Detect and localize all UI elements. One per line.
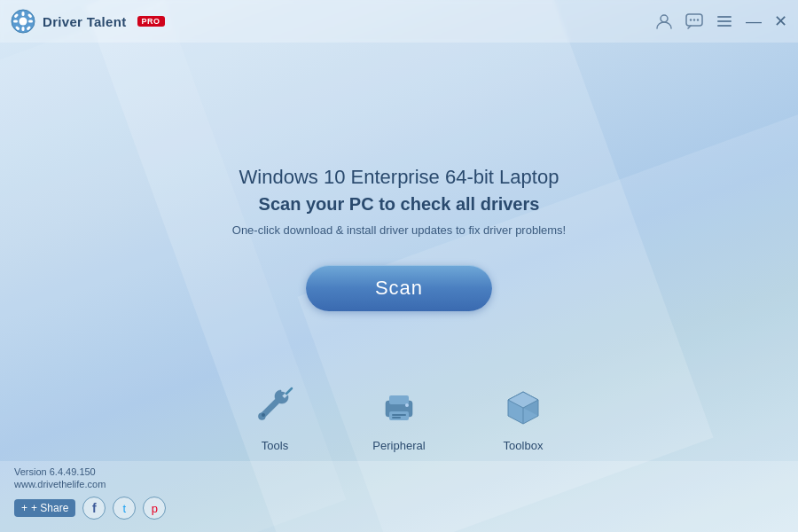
tools-item[interactable]: Tools (248, 379, 301, 452)
svg-rect-3 (22, 27, 25, 31)
peripheral-label: Peripheral (372, 439, 425, 452)
facebook-icon[interactable]: f (82, 497, 106, 520)
svg-rect-24 (392, 417, 401, 419)
titlebar: Driver Talent PRO (0, 0, 798, 43)
peripheral-icon (372, 379, 426, 432)
chat-icon[interactable] (685, 13, 703, 29)
gear-icon (11, 9, 35, 34)
svg-line-18 (286, 388, 292, 394)
tools-icon (248, 379, 301, 432)
titlebar-controls: — ✕ (655, 12, 787, 31)
svg-rect-21 (389, 395, 409, 404)
footer-info: Version 6.4.49.150 www.drivethelife.com … (14, 466, 166, 520)
svg-point-12 (690, 19, 692, 20)
toolbox-icon (497, 379, 550, 432)
svg-rect-17 (717, 25, 732, 27)
svg-point-14 (697, 19, 699, 20)
share-button[interactable]: + + Share (14, 499, 75, 517)
svg-rect-16 (717, 20, 732, 22)
svg-point-10 (661, 15, 668, 22)
scan-description: One-click download & install driver upda… (232, 223, 566, 237)
user-icon[interactable] (655, 13, 673, 29)
svg-point-1 (20, 18, 27, 26)
share-plus-icon: + (21, 502, 27, 514)
system-info: Windows 10 Enterprise 64-bit Laptop (239, 166, 559, 189)
app-window: Driver Talent PRO (0, 0, 798, 532)
footer: Version 6.4.49.150 www.drivethelife.com … (0, 461, 798, 532)
svg-rect-4 (13, 20, 18, 23)
pinterest-icon[interactable]: p (143, 497, 166, 520)
toolbox-item[interactable]: Toolbox (497, 379, 550, 452)
svg-point-25 (405, 403, 409, 407)
list-icon[interactable] (716, 13, 733, 29)
version-text: Version 6.4.49.150 (14, 466, 166, 477)
app-logo: Driver Talent PRO (11, 9, 165, 34)
svg-point-19 (262, 413, 265, 417)
toolbox-label: Toolbox (504, 439, 544, 452)
peripheral-item[interactable]: Peripheral (372, 379, 426, 452)
bottom-icons: Tools Peripheral (0, 379, 798, 452)
pro-badge: PRO (137, 16, 165, 27)
tools-label: Tools (262, 439, 288, 452)
twitter-icon[interactable]: t (113, 497, 136, 520)
close-button[interactable]: ✕ (774, 12, 787, 31)
scan-button[interactable]: Scan (306, 265, 492, 311)
svg-rect-5 (28, 20, 33, 23)
website-text: www.drivethelife.com (14, 479, 166, 489)
svg-rect-2 (22, 12, 25, 16)
minimize-button[interactable]: — (746, 12, 762, 31)
svg-rect-23 (392, 414, 406, 416)
scan-tagline: Scan your PC to check all drivers (259, 194, 540, 215)
svg-rect-15 (717, 16, 732, 18)
social-bar: + + Share f t p (14, 497, 166, 520)
share-label: + Share (31, 502, 68, 514)
app-title: Driver Talent (43, 14, 127, 29)
svg-point-13 (693, 19, 695, 20)
